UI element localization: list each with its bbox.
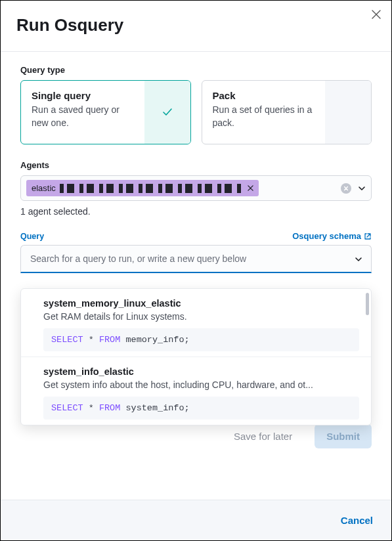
chevron-down-icon[interactable] xyxy=(358,184,366,192)
suggestion-desc: Get system info about the host, includin… xyxy=(43,379,359,390)
suggestion-title: system_memory_linux_elastic xyxy=(43,298,359,309)
option-empty-indicator xyxy=(325,81,371,144)
agent-pill-prefix: elastic xyxy=(32,183,56,193)
option-title: Single query xyxy=(32,90,134,101)
agents-status: 1 agent selected. xyxy=(20,206,372,217)
save-for-later-button[interactable]: Save for later xyxy=(222,424,304,448)
action-row: Save for later Submit xyxy=(20,424,372,448)
schema-link-text: Osquery schema xyxy=(292,231,361,241)
option-single-query[interactable]: Single query Run a saved query or new on… xyxy=(20,80,191,144)
remove-agent-icon[interactable] xyxy=(248,185,253,191)
option-title: Pack xyxy=(213,90,315,101)
suggestion-sql: SELECT * FROM system_info; xyxy=(43,397,359,420)
scrollbar-thumb[interactable] xyxy=(366,293,369,315)
query-type-options: Single query Run a saved query or new on… xyxy=(20,80,372,144)
suggestion-desc: Get RAM details for Linux systems. xyxy=(43,311,359,322)
external-link-icon xyxy=(364,232,372,240)
clear-agents-icon[interactable] xyxy=(341,183,351,194)
agents-combobox[interactable]: elastic xyxy=(20,175,372,201)
submit-button[interactable]: Submit xyxy=(315,424,372,448)
agent-pill[interactable]: elastic xyxy=(26,180,259,196)
suggestion-item[interactable]: system_info_elastic Get system info abou… xyxy=(21,357,371,425)
cancel-button[interactable]: Cancel xyxy=(341,515,373,526)
suggestion-title: system_info_elastic xyxy=(43,366,359,377)
check-icon xyxy=(144,81,190,144)
osquery-schema-link[interactable]: Osquery schema xyxy=(292,231,372,241)
agent-pill-redacted xyxy=(60,184,244,193)
suggestion-item[interactable]: system_memory_linux_elastic Get RAM deta… xyxy=(21,289,371,357)
dialog-title: Run Osquery xyxy=(16,15,376,35)
option-desc: Run a saved query or new one. xyxy=(32,104,134,129)
option-desc: Run a set of queries in a pack. xyxy=(213,104,315,129)
dialog-footer: Cancel xyxy=(1,500,391,540)
close-icon[interactable] xyxy=(372,10,381,19)
query-label: Query xyxy=(20,232,44,241)
agents-label: Agents xyxy=(20,160,372,170)
query-type-label: Query type xyxy=(20,65,372,75)
suggestion-sql: SELECT * FROM memory_info; xyxy=(43,328,359,351)
query-suggestions-dropdown: system_memory_linux_elastic Get RAM deta… xyxy=(20,288,372,425)
query-search-input[interactable] xyxy=(20,245,372,273)
option-pack[interactable]: Pack Run a set of queries in a pack. xyxy=(202,80,372,144)
